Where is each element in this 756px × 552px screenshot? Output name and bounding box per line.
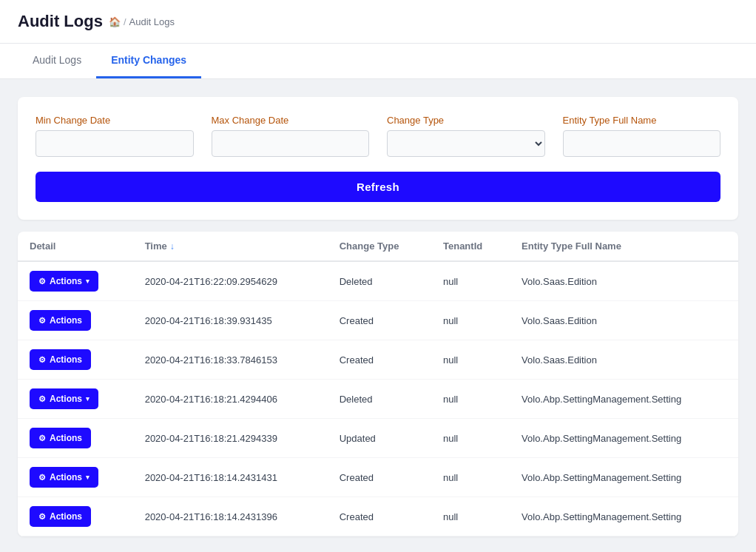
- detail-cell: ⚙ Actions: [18, 301, 133, 340]
- change-type-cell: Created: [328, 301, 431, 340]
- detail-cell: ⚙ Actions: [18, 497, 133, 536]
- detail-cell: ⚙ Actions: [18, 340, 133, 380]
- entity-type-full-name-cell: Volo.Saas.Edition: [510, 340, 738, 380]
- time-cell: 2020-04-21T16:18:14.2431431: [133, 458, 328, 497]
- entity-type-full-name-cell: Volo.Abp.SettingManagement.Setting: [510, 497, 738, 536]
- entity-type-full-name-cell: Volo.Abp.SettingManagement.Setting: [510, 380, 738, 419]
- entity-type-full-name-cell: Volo.Abp.SettingManagement.Setting: [510, 419, 738, 458]
- change-type-label: Change Type: [387, 115, 545, 126]
- home-icon: 🏠: [109, 16, 121, 27]
- actions-button[interactable]: ⚙ Actions: [30, 506, 91, 527]
- breadcrumb-current: Audit Logs: [129, 16, 175, 27]
- change-type-cell: Created: [328, 340, 431, 380]
- change-type-cell: Deleted: [328, 380, 431, 419]
- tenant-id-cell: null: [431, 380, 510, 419]
- time-cell: 2020-04-21T16:18:21.4294339: [133, 419, 328, 458]
- table-row: ⚙ Actions ▾2020-04-21T16:18:21.4294406De…: [18, 380, 738, 419]
- table-card: Detail Time ↓ Change Type TenantId Entit…: [18, 232, 738, 536]
- page-header: Audit Logs 🏠 / Audit Logs: [0, 0, 756, 44]
- table-row: ⚙ Actions2020-04-21T16:18:33.7846153Crea…: [18, 340, 738, 380]
- col-header-time[interactable]: Time ↓: [133, 232, 328, 261]
- detail-cell: ⚙ Actions: [18, 419, 133, 458]
- table-row: ⚙ Actions2020-04-21T16:18:14.2431396Crea…: [18, 497, 738, 536]
- actions-button[interactable]: ⚙ Actions ▾: [30, 271, 98, 292]
- chevron-down-icon: ▾: [86, 474, 90, 481]
- tab-audit-logs[interactable]: Audit Logs: [18, 44, 96, 78]
- tenant-id-cell: null: [431, 340, 510, 380]
- page-title: Audit Logs: [18, 12, 103, 31]
- main-content: Min Change Date Max Change Date Change T…: [0, 79, 756, 552]
- entity-type-full-name-label: Entity Type Full Name: [563, 115, 721, 126]
- filter-group-max-date: Max Change Date: [212, 115, 370, 157]
- table-row: ⚙ Actions ▾2020-04-21T16:22:09.2954629De…: [18, 261, 738, 301]
- breadcrumb-sep: /: [124, 16, 126, 27]
- gear-icon: ⚙: [38, 473, 46, 482]
- table-row: ⚙ Actions ▾2020-04-21T16:18:14.2431431Cr…: [18, 458, 738, 497]
- min-change-date-input[interactable]: [36, 130, 194, 157]
- change-type-cell: Created: [328, 497, 431, 536]
- actions-button[interactable]: ⚙ Actions: [30, 349, 91, 370]
- col-header-tenant-id: TenantId: [431, 232, 510, 261]
- sort-icon: ↓: [170, 241, 175, 252]
- filter-row: Min Change Date Max Change Date Change T…: [36, 115, 720, 157]
- change-type-cell: Updated: [328, 419, 431, 458]
- breadcrumb: 🏠 / Audit Logs: [109, 16, 175, 27]
- tenant-id-cell: null: [431, 419, 510, 458]
- entity-type-full-name-cell: Volo.Saas.Edition: [510, 261, 738, 301]
- filter-group-change-type: Change Type Created Updated Deleted: [387, 115, 545, 157]
- time-cell: 2020-04-21T16:18:21.4294406: [133, 380, 328, 419]
- change-type-select[interactable]: Created Updated Deleted: [387, 130, 545, 157]
- actions-button[interactable]: ⚙ Actions ▾: [30, 388, 98, 409]
- col-header-entity-type-full-name: Entity Type Full Name: [510, 232, 738, 261]
- time-cell: 2020-04-21T16:22:09.2954629: [133, 261, 328, 301]
- table-row: ⚙ Actions2020-04-21T16:18:21.4294339Upda…: [18, 419, 738, 458]
- tab-entity-changes[interactable]: Entity Changes: [96, 44, 201, 78]
- entity-type-full-name-cell: Volo.Saas.Edition: [510, 301, 738, 340]
- max-change-date-label: Max Change Date: [212, 115, 370, 126]
- tenant-id-cell: null: [431, 301, 510, 340]
- tenant-id-cell: null: [431, 497, 510, 536]
- time-cell: 2020-04-21T16:18:39.931435: [133, 301, 328, 340]
- time-cell: 2020-04-21T16:18:14.2431396: [133, 497, 328, 536]
- filter-group-min-date: Min Change Date: [36, 115, 194, 157]
- actions-button[interactable]: ⚙ Actions: [30, 428, 91, 448]
- col-header-change-type: Change Type: [328, 232, 431, 261]
- data-table: Detail Time ↓ Change Type TenantId Entit…: [18, 232, 738, 536]
- refresh-button[interactable]: Refresh: [36, 172, 720, 202]
- gear-icon: ⚙: [38, 512, 46, 522]
- change-type-cell: Created: [328, 458, 431, 497]
- col-header-detail: Detail: [18, 232, 133, 261]
- detail-cell: ⚙ Actions ▾: [18, 458, 133, 497]
- filter-card: Min Change Date Max Change Date Change T…: [18, 97, 738, 220]
- tenant-id-cell: null: [431, 458, 510, 497]
- gear-icon: ⚙: [38, 277, 46, 286]
- max-change-date-input[interactable]: [212, 130, 370, 157]
- entity-type-full-name-cell: Volo.Abp.SettingManagement.Setting: [510, 458, 738, 497]
- actions-button[interactable]: ⚙ Actions ▾: [30, 467, 98, 488]
- chevron-down-icon: ▾: [86, 395, 90, 403]
- actions-button[interactable]: ⚙ Actions: [30, 310, 91, 331]
- tabs-bar: Audit Logs Entity Changes: [0, 44, 756, 79]
- chevron-down-icon: ▾: [86, 277, 90, 285]
- table-row: ⚙ Actions2020-04-21T16:18:39.931435Creat…: [18, 301, 738, 340]
- change-type-cell: Deleted: [328, 261, 431, 301]
- gear-icon: ⚙: [38, 355, 46, 365]
- filter-group-entity-type: Entity Type Full Name: [563, 115, 721, 157]
- gear-icon: ⚙: [38, 434, 46, 443]
- min-change-date-label: Min Change Date: [36, 115, 194, 126]
- entity-type-full-name-input[interactable]: [563, 130, 721, 157]
- time-cell: 2020-04-21T16:18:33.7846153: [133, 340, 328, 380]
- gear-icon: ⚙: [38, 316, 46, 326]
- detail-cell: ⚙ Actions ▾: [18, 380, 133, 419]
- detail-cell: ⚙ Actions ▾: [18, 261, 133, 301]
- gear-icon: ⚙: [38, 394, 46, 404]
- tenant-id-cell: null: [431, 261, 510, 301]
